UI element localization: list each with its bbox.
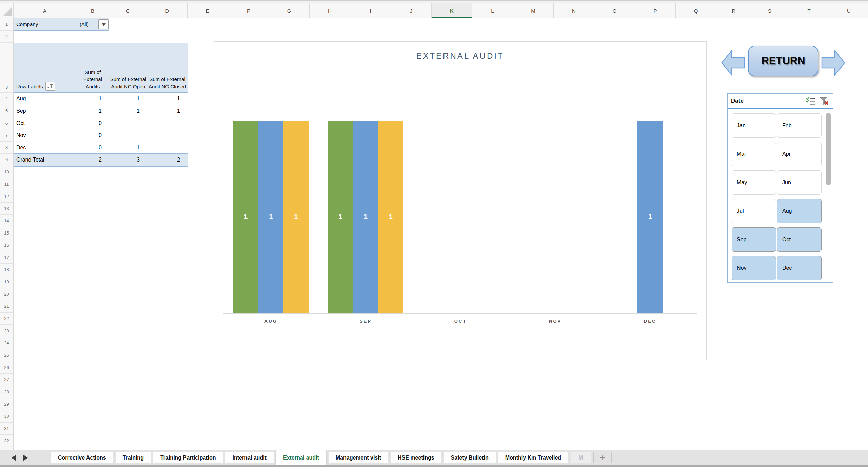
slicer-item-oct[interactable]: Oct: [777, 227, 822, 252]
column-header-N[interactable]: N: [554, 3, 594, 18]
pivot-value-cell[interactable]: 2: [147, 154, 188, 166]
external-audit-chart[interactable]: EXTERNAL AUDIT 111AUG111SEPOCTNOV1DEC: [214, 41, 707, 360]
right-arrow-shape[interactable]: [821, 48, 846, 77]
pivot-value-cell[interactable]: 1: [109, 105, 147, 117]
slicer-item-may[interactable]: May: [732, 170, 776, 195]
tab-scroll-left-icon[interactable]: [12, 455, 16, 461]
column-header-K[interactable]: K: [432, 3, 472, 18]
sheet-tab-management-visit[interactable]: Management visit: [329, 452, 388, 463]
row-header-23[interactable]: 23: [0, 325, 13, 337]
filter-dropdown-button[interactable]: [98, 19, 109, 29]
row-header-13[interactable]: 13: [0, 203, 13, 215]
column-header-J[interactable]: J: [391, 3, 432, 18]
slicer-scrollbar-thumb[interactable]: [826, 113, 831, 185]
sheet-tab-overflow[interactable]: M: [571, 452, 591, 463]
pivot-filter-field-cell[interactable]: Company: [14, 18, 76, 31]
select-all-corner[interactable]: [0, 3, 14, 18]
row-header-11[interactable]: 11: [0, 178, 13, 190]
row-header-31[interactable]: 31: [0, 423, 13, 435]
slicer-item-sep[interactable]: Sep: [732, 227, 776, 252]
row-header-7[interactable]: 7: [0, 129, 13, 142]
column-header-G[interactable]: G: [269, 3, 310, 18]
clear-filter-icon[interactable]: [819, 97, 829, 105]
multi-select-icon[interactable]: [806, 97, 816, 105]
pivot-value-cell[interactable]: 1: [147, 93, 188, 105]
row-header-2[interactable]: 2: [0, 31, 13, 43]
row-header-20[interactable]: 20: [0, 288, 13, 300]
row-header-26[interactable]: 26: [0, 361, 13, 374]
column-header-M[interactable]: M: [513, 3, 554, 18]
column-header-O[interactable]: O: [594, 3, 635, 18]
pivot-value-cell[interactable]: 3: [109, 154, 147, 166]
slicer-item-dec[interactable]: Dec: [777, 256, 822, 280]
row-header-27[interactable]: 27: [0, 374, 13, 386]
row-header-8[interactable]: 8: [0, 142, 13, 154]
row-header-5[interactable]: 5: [0, 105, 13, 117]
pivot-value-cell[interactable]: 1: [147, 105, 188, 117]
row-header-21[interactable]: 21: [0, 300, 13, 313]
row-header-12[interactable]: 12: [0, 190, 13, 203]
slicer-item-mar[interactable]: Mar: [732, 142, 776, 166]
row-header-24[interactable]: 24: [0, 337, 13, 349]
row-header-4[interactable]: 4: [0, 93, 13, 105]
row-header-9[interactable]: 9: [0, 154, 13, 166]
pivot-row-label[interactable]: Aug: [14, 93, 76, 105]
slicer-item-jul[interactable]: Jul: [732, 199, 776, 223]
slicer-item-jan[interactable]: Jan: [732, 113, 776, 138]
column-header-I[interactable]: I: [350, 3, 391, 18]
sheet-tab-corrective-actions[interactable]: Corrective Actions: [51, 452, 113, 463]
row-labels-filter-button[interactable]: [45, 82, 55, 91]
slicer-item-nov[interactable]: Nov: [732, 256, 776, 280]
add-sheet-button[interactable]: +: [593, 452, 612, 463]
column-header-D[interactable]: D: [147, 3, 188, 18]
sheet-tab-external-audit[interactable]: External audit: [276, 450, 326, 465]
sheet-tab-hse-meetings[interactable]: HSE meetings: [391, 452, 441, 463]
row-header-3[interactable]: 3: [0, 43, 13, 93]
left-arrow-shape[interactable]: [721, 48, 745, 77]
pivot-row-label[interactable]: Grand Total: [14, 154, 76, 166]
row-header-6[interactable]: 6: [0, 117, 13, 129]
sheet-tab-training[interactable]: Training: [116, 452, 151, 463]
column-header-T[interactable]: T: [788, 3, 830, 18]
pivot-value-cell[interactable]: 0: [76, 129, 109, 142]
pivot-value-cell[interactable]: 0: [76, 142, 109, 154]
column-header-E[interactable]: E: [188, 3, 228, 18]
row-header-32[interactable]: 32: [0, 435, 13, 447]
sheet-tab-safety-bulletin[interactable]: Safety Bulletin: [444, 452, 496, 463]
column-header-U[interactable]: U: [830, 3, 868, 18]
slicer-item-jun[interactable]: Jun: [777, 170, 822, 195]
pivot-row-label[interactable]: Nov: [14, 129, 76, 142]
pivot-value-cell[interactable]: 1: [109, 142, 147, 154]
row-header-14[interactable]: 14: [0, 215, 13, 227]
pivot-row-label[interactable]: Dec: [14, 142, 76, 154]
row-header-29[interactable]: 29: [0, 398, 13, 410]
row-header-19[interactable]: 19: [0, 276, 13, 288]
row-header-30[interactable]: 30: [0, 410, 13, 423]
return-button[interactable]: RETURN: [748, 46, 818, 76]
slicer-item-apr[interactable]: Apr: [777, 142, 822, 166]
pivot-value-cell[interactable]: 2: [76, 154, 109, 166]
pivot-col-header-2[interactable]: Sum of External Audit NC Open: [109, 76, 147, 90]
column-header-S[interactable]: S: [751, 3, 788, 18]
pivot-value-cell[interactable]: 1: [76, 93, 109, 105]
pivot-col-header-1[interactable]: Sum of External Audits: [76, 69, 109, 90]
row-header-16[interactable]: 16: [0, 239, 13, 251]
column-header-R[interactable]: R: [716, 3, 751, 18]
pivot-row-labels-header[interactable]: Row Labels: [14, 82, 76, 90]
row-header-28[interactable]: 28: [0, 386, 13, 398]
column-header-Q[interactable]: Q: [676, 3, 716, 18]
pivot-value-cell[interactable]: 1: [76, 105, 109, 117]
column-header-H[interactable]: H: [310, 3, 350, 18]
pivot-value-cell[interactable]: 1: [109, 93, 147, 105]
row-header-10[interactable]: 10: [0, 166, 13, 178]
column-header-C[interactable]: C: [109, 3, 147, 18]
row-header-17[interactable]: 17: [0, 251, 13, 264]
tab-scroll-right-icon[interactable]: [23, 455, 28, 461]
sheet-tab-monthly-km-travelled[interactable]: Monthly Km Travelled: [498, 452, 568, 463]
pivot-row-label[interactable]: Oct: [14, 117, 76, 129]
pivot-value-cell[interactable]: 0: [76, 117, 109, 129]
pivot-col-header-3[interactable]: Sum of External Audit NC Closed: [147, 76, 188, 90]
row-header-1[interactable]: 1: [0, 18, 13, 31]
column-header-P[interactable]: P: [635, 3, 676, 18]
row-header-15[interactable]: 15: [0, 227, 13, 239]
